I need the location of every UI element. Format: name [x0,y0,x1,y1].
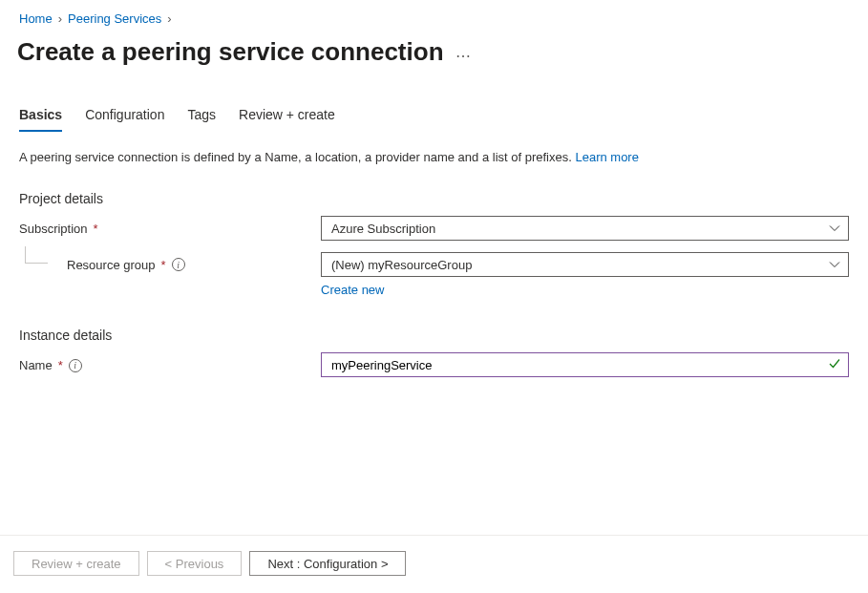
tab-review-create[interactable]: Review + create [239,107,335,132]
resource-group-value: (New) myResourceGroup [331,258,472,272]
next-button[interactable]: Next : Configuration > [249,551,406,576]
checkmark-icon [828,357,841,373]
create-new-link[interactable]: Create new [321,283,384,297]
tabs: Basics Configuration Tags Review + creat… [0,76,868,133]
footer-actions: Review + create < Previous Next : Config… [0,535,868,593]
tree-connector-icon [25,246,48,264]
section-project-details: Project details [0,164,868,216]
row-resource-group: Resource group * i (New) myResourceGroup… [19,252,849,297]
label-resource-group: Resource group [67,258,156,272]
description-text: A peering service connection is defined … [19,150,575,164]
subscription-value: Azure Subscription [331,222,435,236]
required-indicator: * [94,222,98,236]
chevron-down-icon [829,222,840,234]
breadcrumb-home[interactable]: Home [19,11,53,26]
tab-tags[interactable]: Tags [187,107,216,132]
chevron-right-icon: › [167,11,171,26]
chevron-down-icon [829,259,840,270]
subscription-select[interactable]: Azure Subscription [321,216,849,241]
info-icon[interactable]: i [172,258,185,271]
page-title-row: Create a peering service connection ⋯ [0,32,868,76]
page-title: Create a peering service connection [17,37,444,67]
row-name: Name * i [19,352,849,377]
more-icon[interactable]: ⋯ [455,39,472,65]
breadcrumb: Home › Peering Services › [0,0,868,32]
label-subscription: Subscription [19,222,88,236]
chevron-right-icon: › [58,11,62,26]
previous-button: < Previous [147,551,243,576]
info-icon[interactable]: i [69,359,82,372]
section-instance-details: Instance details [0,301,868,352]
tab-description: A peering service connection is defined … [0,133,868,164]
name-input[interactable] [321,352,849,377]
row-subscription: Subscription * Azure Subscription [19,216,849,241]
required-indicator: * [58,358,63,372]
tab-configuration[interactable]: Configuration [85,107,164,132]
breadcrumb-peering-services[interactable]: Peering Services [68,11,161,26]
required-indicator: * [161,258,166,272]
resource-group-select[interactable]: (New) myResourceGroup [321,252,849,277]
label-name: Name [19,358,53,372]
review-create-button: Review + create [13,551,139,576]
tab-basics[interactable]: Basics [19,107,62,132]
learn-more-link[interactable]: Learn more [575,150,638,164]
